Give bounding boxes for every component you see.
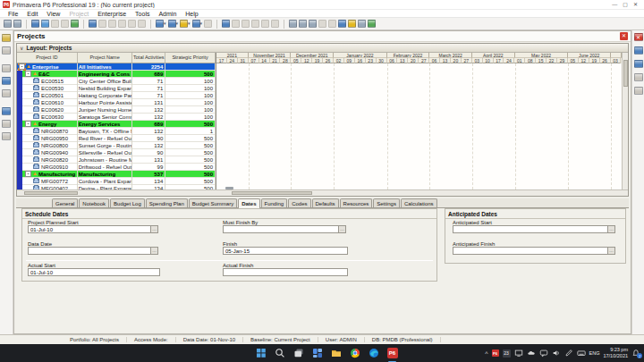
cell-project-id[interactable]: -▲Manufacturing	[17, 171, 78, 178]
cell-strategic-priority[interactable]: 100	[165, 106, 216, 114]
gantt-canvas[interactable]	[216, 63, 622, 189]
browse-button[interactable]: …	[150, 225, 158, 233]
layout-bar[interactable]: ∨ Layout: Projects	[17, 44, 628, 53]
network-view-icon[interactable]	[61, 20, 69, 28]
notification-bell-icon[interactable]: 2	[631, 349, 640, 358]
dropdown-caret-icon[interactable]: ▾	[188, 20, 191, 28]
snapshot-icon[interactable]	[138, 20, 146, 28]
cell-project-id[interactable]: NRG00800	[17, 142, 78, 149]
tree-view-icon[interactable]	[71, 20, 79, 28]
field-must-finish-by[interactable]	[223, 225, 339, 233]
cell-project-name[interactable]: Sillersville - Refuel Outage	[78, 149, 133, 156]
cell-strategic-priority[interactable]: 500	[165, 135, 216, 142]
column-header-strategic-priority[interactable]: Strategic Priority	[165, 53, 216, 63]
tray-onedrive-icon[interactable]	[527, 349, 536, 358]
tab-codes[interactable]: Codes	[288, 198, 310, 207]
projects-table-icon[interactable]	[31, 20, 39, 28]
tab-resources[interactable]: Resources	[340, 198, 373, 207]
level-resources-icon[interactable]	[232, 20, 240, 28]
horizontal-scrollbar[interactable]	[17, 189, 628, 196]
dropdown-caret-icon[interactable]: ▾	[164, 20, 166, 28]
cell-project-name[interactable]: City Center Office Building Adc	[78, 78, 133, 85]
projects-directory-icon[interactable]	[2, 34, 11, 42]
tray-speaker-icon[interactable]	[552, 349, 561, 358]
minimize-button[interactable]: —	[612, 0, 617, 9]
cell-project-name[interactable]: All Initiatives	[78, 63, 133, 71]
cell-project-name[interactable]: Juniper Nursing Home	[78, 106, 133, 114]
move-icon[interactable]	[261, 20, 269, 28]
menu-file[interactable]: File	[4, 11, 22, 17]
collapse-toggle-icon[interactable]: -	[25, 71, 31, 77]
field-anticipated-finish[interactable]	[453, 247, 608, 255]
cut-icon[interactable]	[98, 20, 106, 28]
risks-directory-icon[interactable]	[2, 132, 11, 140]
bars-icon[interactable]	[192, 20, 200, 28]
browse-button[interactable]: …	[150, 247, 158, 255]
taskbar-start-icon[interactable]	[255, 348, 267, 359]
cell-total-activities[interactable]: 71	[132, 92, 165, 99]
tray-p6-icon[interactable]: P6	[492, 349, 499, 357]
tracking-directory-icon[interactable]	[2, 77, 11, 85]
tray-badge[interactable]: 23	[503, 349, 511, 358]
menu-enterprise[interactable]: Enterprise	[93, 11, 131, 17]
tray-chat-icon[interactable]	[539, 349, 548, 358]
resources-directory-icon[interactable]	[2, 46, 11, 55]
wbs-directory-icon[interactable]	[2, 89, 11, 97]
cell-strategic-priority[interactable]: 500	[165, 178, 216, 185]
browse-button[interactable]: …	[607, 225, 615, 233]
tab-defaults[interactable]: Defaults	[312, 198, 339, 207]
taskbar-search-icon[interactable]	[274, 348, 285, 359]
cell-strategic-priority[interactable]: 100	[165, 92, 216, 99]
tray-keyboard-icon[interactable]	[577, 349, 586, 358]
link-icon[interactable]	[128, 20, 136, 28]
expand-all-icon[interactable]	[318, 20, 326, 28]
cell-strategic-priority[interactable]: 500	[165, 171, 216, 178]
paste-icon[interactable]	[108, 20, 116, 28]
browse-button[interactable]: …	[607, 247, 615, 255]
zoom-fit-icon[interactable]	[309, 20, 317, 28]
menu-project[interactable]: Project	[64, 11, 93, 17]
close-pane-icon[interactable]: ✕	[634, 33, 643, 41]
menu-admin[interactable]: Admin	[154, 11, 181, 17]
schedule-icon[interactable]	[222, 20, 230, 28]
menu-edit[interactable]: Edit	[22, 11, 42, 17]
taskbar-chrome-icon[interactable]	[349, 348, 360, 359]
field-anticipated-start[interactable]	[453, 225, 608, 233]
pin-pane-icon[interactable]	[634, 87, 643, 95]
tab-budget-summary[interactable]: Budget Summary	[189, 198, 237, 207]
dropdown-caret-icon[interactable]: ▾	[176, 20, 179, 28]
doc-pane-icon[interactable]	[634, 73, 643, 81]
language-indicator[interactable]: ENG	[589, 350, 600, 356]
settings-icon[interactable]	[368, 20, 376, 28]
cell-project-id[interactable]: EC00620	[17, 106, 78, 114]
collapse-toggle-icon[interactable]: -	[25, 171, 31, 177]
cell-strategic-priority[interactable]: 500	[165, 71, 216, 78]
cell-project-id[interactable]: NRG00910	[17, 164, 78, 171]
column-header-total-activities[interactable]: Total Activities	[132, 53, 165, 63]
clock[interactable]: 9:23 pm17/10/2021	[603, 347, 628, 359]
cell-project-name[interactable]: Saratoga Senior Community	[78, 114, 133, 121]
collapse-toggle-icon[interactable]: -	[25, 121, 31, 127]
store-period-icon[interactable]	[271, 20, 279, 28]
collapse-all-icon[interactable]	[328, 20, 336, 28]
close-view-icon[interactable]: ✕	[620, 32, 628, 40]
apply-actuals-icon[interactable]	[242, 20, 250, 28]
cell-total-activities[interactable]: 132	[132, 106, 165, 114]
cell-total-activities[interactable]: 71	[132, 78, 165, 85]
cell-total-activities[interactable]: 132	[132, 142, 165, 149]
column-header-project-name[interactable]: Project Name	[78, 53, 133, 63]
cell-project-id[interactable]: EC00501	[17, 92, 78, 99]
close-button[interactable]: ✕	[633, 0, 638, 9]
cell-strategic-priority[interactable]: 500	[165, 121, 216, 128]
cell-project-name[interactable]: Harbour Pointe Assisted Living	[78, 99, 133, 106]
cell-strategic-priority[interactable]: 100	[165, 85, 216, 92]
cell-project-name[interactable]: Johnstown - Routine Maintena	[78, 156, 133, 164]
activities-directory-icon[interactable]	[2, 107, 11, 115]
tab-notebook[interactable]: Notebook	[79, 198, 109, 207]
cell-project-name[interactable]: Baytown, TX - Offline Mainten	[78, 128, 133, 135]
cell-total-activities[interactable]: 132	[132, 114, 165, 121]
field-finish[interactable]: 05-Jan-15	[223, 247, 348, 255]
table-hscroll-thumb[interactable]	[24, 191, 78, 195]
zoom-out-icon[interactable]	[299, 20, 307, 28]
activities-window-icon[interactable]	[41, 20, 49, 28]
